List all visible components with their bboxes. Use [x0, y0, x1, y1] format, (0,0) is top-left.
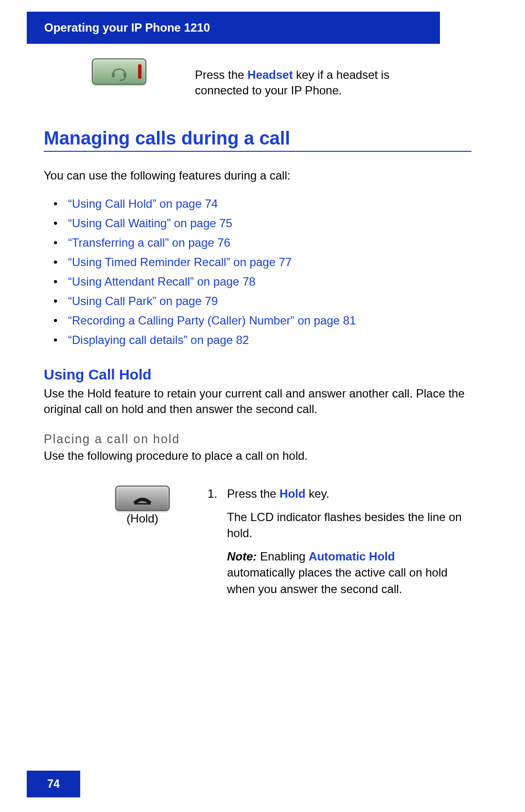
procedure-title: Placing a call on hold: [44, 432, 472, 446]
feature-link[interactable]: “Transferring a call” on page 76: [53, 236, 472, 250]
feature-list: “Using Call Hold” on page 74 “Using Call…: [53, 197, 472, 347]
svg-rect-0: [112, 72, 115, 77]
hold-instruction-text: 1. Press the Hold key. The LCD indicator…: [208, 486, 465, 604]
step-number: 1.: [208, 487, 217, 500]
feature-link[interactable]: “Recording a Calling Party (Caller) Numb…: [53, 314, 472, 327]
text-fragment: key.: [305, 487, 329, 500]
content-area: Press the Headset key if a headset is co…: [44, 49, 472, 604]
note-label: Note:: [227, 550, 257, 563]
step-result: The LCD indicator flashes besides the li…: [208, 509, 465, 541]
feature-link[interactable]: “Using Timed Reminder Recall” on page 77: [53, 255, 472, 269]
hold-key-name: Hold: [280, 487, 305, 500]
headset-key-icon: [92, 58, 146, 85]
text-fragment: Press the: [195, 68, 247, 81]
section-intro: You can use the following features durin…: [44, 169, 472, 182]
feature-link[interactable]: “Using Attendant Recall” on page 78: [53, 275, 472, 289]
subsection-title: Using Call Hold: [44, 366, 472, 383]
header-title: Operating your IP Phone 1210: [44, 21, 210, 35]
subsection-body: Use the Hold feature to retain your curr…: [44, 386, 472, 417]
section-title: Managing calls during a call: [44, 128, 472, 152]
header-bar: Operating your IP Phone 1210: [27, 12, 440, 44]
headset-instruction-text: Press the Headset key if a headset is co…: [195, 67, 433, 99]
footer-page-number-box: 74: [27, 771, 80, 797]
hold-key-icon: [115, 486, 170, 511]
text-fragment: Press the: [227, 487, 280, 500]
feature-link[interactable]: “Displaying call details” on page 82: [53, 333, 472, 347]
headset-icon: [109, 62, 129, 81]
feature-link[interactable]: “Using Call Waiting” on page 75: [53, 217, 472, 230]
text-fragment: Enabling: [257, 550, 309, 563]
headset-instruction-row: Press the Headset key if a headset is co…: [44, 58, 472, 99]
hold-icon-label: (Hold): [92, 512, 193, 525]
text-fragment: automatically places the active call on …: [227, 566, 448, 595]
automatic-hold-key: Automatic Hold: [309, 550, 395, 563]
handset-icon: [131, 491, 154, 505]
headset-key-name: Headset: [247, 68, 293, 81]
feature-link[interactable]: “Using Call Park” on page 79: [53, 294, 472, 308]
hold-icon-wrap: (Hold): [92, 486, 193, 525]
svg-rect-2: [134, 503, 151, 505]
indicator-icon: [138, 64, 141, 79]
document-page: Operating your IP Phone 1210 Press the H…: [0, 0, 525, 812]
svg-rect-1: [123, 72, 126, 77]
hold-instruction-row: (Hold) 1. Press the Hold key. The LCD in…: [44, 486, 472, 604]
feature-link[interactable]: “Using Call Hold” on page 74: [53, 197, 472, 211]
page-number: 74: [47, 777, 60, 791]
procedure-intro: Use the following procedure to place a c…: [44, 448, 472, 464]
